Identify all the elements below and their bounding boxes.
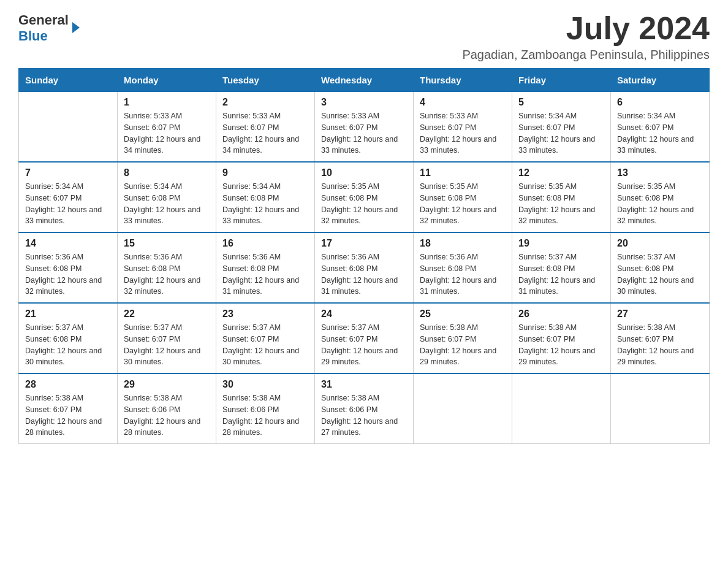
day-info: Sunrise: 5:38 AMSunset: 6:06 PMDaylight:… [124, 393, 210, 439]
day-number: 25 [420, 308, 506, 320]
calendar-cell: 6Sunrise: 5:34 AMSunset: 6:07 PMDaylight… [611, 92, 710, 163]
col-header-monday: Monday [118, 69, 216, 92]
calendar-cell: 14Sunrise: 5:36 AMSunset: 6:08 PMDayligh… [19, 232, 118, 303]
day-number: 15 [124, 238, 210, 249]
col-header-tuesday: Tuesday [216, 69, 315, 92]
day-info: Sunrise: 5:34 AMSunset: 6:07 PMDaylight:… [25, 181, 111, 227]
day-info: Sunrise: 5:37 AMSunset: 6:08 PMDaylight:… [25, 322, 111, 368]
day-info: Sunrise: 5:36 AMSunset: 6:08 PMDaylight:… [321, 251, 407, 297]
day-info: Sunrise: 5:38 AMSunset: 6:07 PMDaylight:… [25, 393, 111, 439]
day-number: 16 [222, 238, 308, 249]
day-info: Sunrise: 5:37 AMSunset: 6:07 PMDaylight:… [124, 322, 210, 368]
day-number: 19 [518, 238, 604, 249]
logo-text: General Blue [18, 12, 69, 44]
day-number: 14 [25, 238, 111, 249]
day-number: 2 [222, 97, 308, 108]
day-info: Sunrise: 5:37 AMSunset: 6:08 PMDaylight:… [518, 251, 604, 297]
day-info: Sunrise: 5:34 AMSunset: 6:08 PMDaylight:… [222, 181, 308, 227]
col-header-thursday: Thursday [414, 69, 512, 92]
day-info: Sunrise: 5:37 AMSunset: 6:08 PMDaylight:… [617, 251, 703, 297]
calendar-week-row: 14Sunrise: 5:36 AMSunset: 6:08 PMDayligh… [19, 232, 710, 303]
day-number: 6 [617, 97, 703, 108]
day-number: 11 [420, 167, 506, 178]
calendar-cell [414, 373, 512, 444]
day-info: Sunrise: 5:33 AMSunset: 6:07 PMDaylight:… [321, 110, 407, 156]
day-number: 28 [25, 379, 111, 390]
day-number: 21 [25, 308, 111, 320]
col-header-friday: Friday [512, 69, 611, 92]
day-info: Sunrise: 5:38 AMSunset: 6:07 PMDaylight:… [518, 322, 604, 368]
day-number: 7 [25, 167, 111, 178]
day-number: 13 [617, 167, 703, 178]
calendar-cell: 11Sunrise: 5:35 AMSunset: 6:08 PMDayligh… [414, 162, 512, 232]
logo-blue: Blue [18, 28, 48, 44]
calendar-cell: 15Sunrise: 5:36 AMSunset: 6:08 PMDayligh… [118, 232, 216, 303]
logo-general: General [18, 12, 69, 28]
calendar-cell: 25Sunrise: 5:38 AMSunset: 6:07 PMDayligh… [414, 303, 512, 373]
calendar-cell [19, 92, 118, 163]
day-info: Sunrise: 5:33 AMSunset: 6:07 PMDaylight:… [420, 110, 506, 156]
calendar-cell: 23Sunrise: 5:37 AMSunset: 6:07 PMDayligh… [216, 303, 315, 373]
day-number: 27 [617, 308, 703, 320]
day-info: Sunrise: 5:33 AMSunset: 6:07 PMDaylight:… [222, 110, 308, 156]
calendar-cell: 7Sunrise: 5:34 AMSunset: 6:07 PMDaylight… [19, 162, 118, 232]
day-number: 24 [321, 308, 407, 320]
day-info: Sunrise: 5:36 AMSunset: 6:08 PMDaylight:… [124, 251, 210, 297]
calendar-cell: 29Sunrise: 5:38 AMSunset: 6:06 PMDayligh… [118, 373, 216, 444]
month-title: July 2024 [462, 12, 710, 44]
day-info: Sunrise: 5:37 AMSunset: 6:07 PMDaylight:… [321, 322, 407, 368]
day-number: 8 [124, 167, 210, 178]
day-number: 30 [222, 379, 308, 390]
day-info: Sunrise: 5:36 AMSunset: 6:08 PMDaylight:… [222, 251, 308, 297]
day-info: Sunrise: 5:34 AMSunset: 6:07 PMDaylight:… [617, 110, 703, 156]
calendar-table: SundayMondayTuesdayWednesdayThursdayFrid… [18, 68, 710, 444]
page-header: General Blue July 2024 Pagadian, Zamboan… [18, 12, 710, 62]
day-info: Sunrise: 5:35 AMSunset: 6:08 PMDaylight:… [321, 181, 407, 227]
day-info: Sunrise: 5:35 AMSunset: 6:08 PMDaylight:… [518, 181, 604, 227]
calendar-cell: 18Sunrise: 5:36 AMSunset: 6:08 PMDayligh… [414, 232, 512, 303]
calendar-header-row: SundayMondayTuesdayWednesdayThursdayFrid… [19, 69, 710, 92]
day-info: Sunrise: 5:38 AMSunset: 6:07 PMDaylight:… [617, 322, 703, 368]
day-number: 23 [222, 308, 308, 320]
day-info: Sunrise: 5:34 AMSunset: 6:07 PMDaylight:… [518, 110, 604, 156]
day-number: 3 [321, 97, 407, 108]
calendar-cell: 5Sunrise: 5:34 AMSunset: 6:07 PMDaylight… [512, 92, 611, 163]
day-info: Sunrise: 5:34 AMSunset: 6:08 PMDaylight:… [124, 181, 210, 227]
day-number: 31 [321, 379, 407, 390]
calendar-cell: 3Sunrise: 5:33 AMSunset: 6:07 PMDaylight… [315, 92, 414, 163]
calendar-cell: 28Sunrise: 5:38 AMSunset: 6:07 PMDayligh… [19, 373, 118, 444]
calendar-cell: 30Sunrise: 5:38 AMSunset: 6:06 PMDayligh… [216, 373, 315, 444]
calendar-cell [611, 373, 710, 444]
calendar-cell [512, 373, 611, 444]
day-number: 4 [420, 97, 506, 108]
calendar-cell: 10Sunrise: 5:35 AMSunset: 6:08 PMDayligh… [315, 162, 414, 232]
calendar-cell: 12Sunrise: 5:35 AMSunset: 6:08 PMDayligh… [512, 162, 611, 232]
calendar-cell: 26Sunrise: 5:38 AMSunset: 6:07 PMDayligh… [512, 303, 611, 373]
day-number: 17 [321, 238, 407, 249]
calendar-cell: 27Sunrise: 5:38 AMSunset: 6:07 PMDayligh… [611, 303, 710, 373]
col-header-sunday: Sunday [19, 69, 118, 92]
day-number: 18 [420, 238, 506, 249]
day-info: Sunrise: 5:35 AMSunset: 6:08 PMDaylight:… [420, 181, 506, 227]
day-info: Sunrise: 5:38 AMSunset: 6:06 PMDaylight:… [321, 393, 407, 439]
calendar-cell: 20Sunrise: 5:37 AMSunset: 6:08 PMDayligh… [611, 232, 710, 303]
day-info: Sunrise: 5:36 AMSunset: 6:08 PMDaylight:… [25, 251, 111, 297]
day-number: 22 [124, 308, 210, 320]
day-number: 20 [617, 238, 703, 249]
day-info: Sunrise: 5:36 AMSunset: 6:08 PMDaylight:… [420, 251, 506, 297]
calendar-cell: 4Sunrise: 5:33 AMSunset: 6:07 PMDaylight… [414, 92, 512, 163]
calendar-cell: 21Sunrise: 5:37 AMSunset: 6:08 PMDayligh… [19, 303, 118, 373]
day-number: 29 [124, 379, 210, 390]
day-info: Sunrise: 5:38 AMSunset: 6:06 PMDaylight:… [222, 393, 308, 439]
day-number: 1 [124, 97, 210, 108]
calendar-week-row: 28Sunrise: 5:38 AMSunset: 6:07 PMDayligh… [19, 373, 710, 444]
calendar-cell: 22Sunrise: 5:37 AMSunset: 6:07 PMDayligh… [118, 303, 216, 373]
title-area: July 2024 Pagadian, Zamboanga Peninsula,… [462, 12, 710, 62]
col-header-saturday: Saturday [611, 69, 710, 92]
calendar-cell: 13Sunrise: 5:35 AMSunset: 6:08 PMDayligh… [611, 162, 710, 232]
calendar-cell: 8Sunrise: 5:34 AMSunset: 6:08 PMDaylight… [118, 162, 216, 232]
logo: General Blue [18, 12, 80, 44]
day-number: 5 [518, 97, 604, 108]
day-info: Sunrise: 5:35 AMSunset: 6:08 PMDaylight:… [617, 181, 703, 227]
calendar-week-row: 7Sunrise: 5:34 AMSunset: 6:07 PMDaylight… [19, 162, 710, 232]
